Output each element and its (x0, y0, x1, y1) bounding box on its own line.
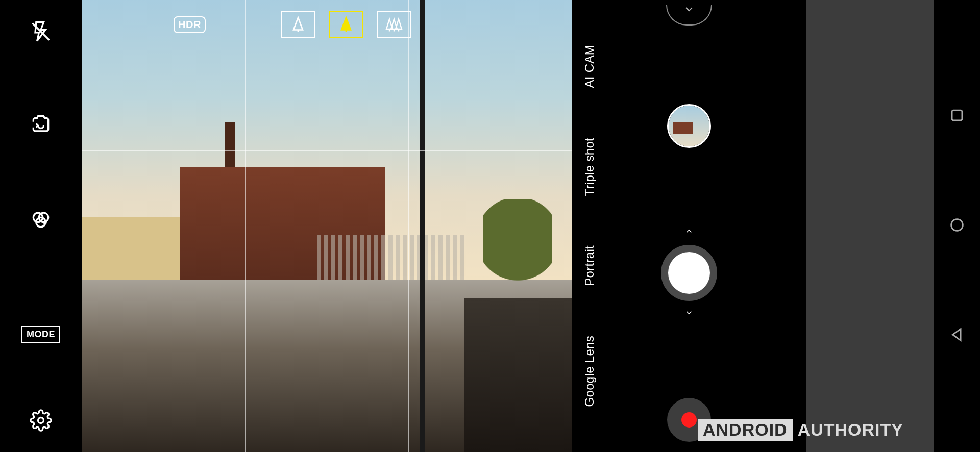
watermark-brand-box: ANDROID (698, 419, 793, 441)
camera-switch-icon[interactable] (24, 109, 57, 142)
shutter-column (607, 0, 771, 452)
flash-off-icon[interactable] (24, 15, 57, 48)
shutter-group (661, 227, 717, 319)
standard-lens[interactable] (329, 11, 363, 38)
svg-point-13 (951, 219, 963, 231)
chevron-down-icon[interactable] (682, 308, 696, 319)
svg-point-6 (38, 418, 44, 423)
lens-selector (281, 11, 411, 38)
record-dot-icon (681, 412, 697, 428)
settings-icon[interactable] (24, 404, 57, 437)
filters-icon[interactable] (24, 203, 57, 236)
shutter-button[interactable] (661, 245, 717, 301)
mode-ai-cam[interactable]: AI CAM (582, 45, 597, 88)
grid-line (245, 0, 246, 452)
drawer-handle[interactable] (666, 5, 712, 26)
grid-line (82, 150, 572, 151)
hdr-toggle[interactable]: HDR (174, 16, 206, 33)
watermark: ANDROID AUTHORITY (698, 419, 903, 441)
telephoto-lens[interactable] (281, 11, 315, 38)
wide-lens[interactable] (377, 11, 411, 38)
mode-portrait[interactable]: Portrait (582, 245, 597, 286)
viewfinder-scene (82, 0, 572, 452)
gallery-thumbnail[interactable] (667, 104, 711, 148)
chevron-up-icon[interactable] (682, 227, 696, 238)
back-icon[interactable] (948, 326, 966, 345)
left-rail-top-group (24, 15, 57, 236)
left-icon-rail: MODE (0, 0, 82, 452)
grid-line (408, 0, 409, 452)
home-icon[interactable] (948, 216, 966, 236)
svg-rect-12 (952, 110, 962, 120)
viewfinder[interactable]: HDR (82, 0, 572, 452)
grid-line (82, 302, 572, 302)
mode-triple-shot[interactable]: Triple shot (582, 138, 597, 196)
android-nav-bar (934, 0, 980, 452)
watermark-brand-text: AUTHORITY (798, 420, 903, 440)
recents-icon[interactable] (948, 107, 966, 126)
mode-button[interactable]: MODE (21, 326, 60, 343)
mode-strip: AI CAM Triple shot Portrait Google Lens (572, 0, 607, 452)
viewfinder-top-bar: HDR (82, 11, 572, 38)
left-rail-bottom-group: MODE (21, 326, 60, 437)
camera-app: MODE HDR (0, 0, 980, 452)
svg-point-5 (45, 221, 46, 222)
mode-google-lens[interactable]: Google Lens (582, 336, 597, 407)
